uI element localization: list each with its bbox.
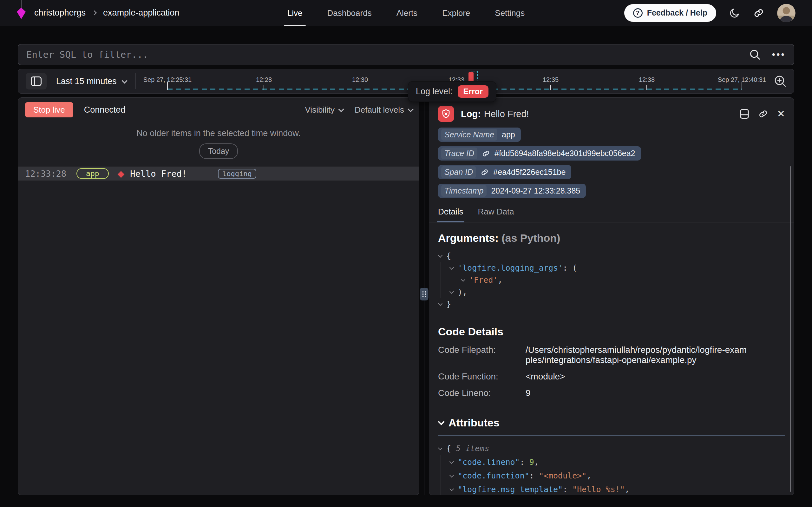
sidebar-toggle-icon (30, 76, 42, 86)
visibility-dropdown[interactable]: Visibility (305, 105, 342, 115)
panel-layout-button[interactable] (740, 109, 749, 119)
timeline-tick-label: 12:28 (256, 76, 272, 83)
chevron-spacer (449, 469, 458, 483)
token-punct: , (586, 469, 591, 483)
code-detail-value: 9 (525, 388, 748, 398)
theme-toggle-button[interactable] (729, 7, 740, 19)
visibility-label: Visibility (305, 105, 334, 115)
chevron-spacer (438, 298, 446, 310)
default-levels-dropdown[interactable]: Default levels (355, 105, 412, 115)
tab-explore[interactable]: Explore (442, 0, 470, 26)
attributes-tree[interactable]: { 5 items"code.lineno": 9,"code.function… (438, 442, 785, 495)
splitter-grip-handle[interactable] (420, 288, 429, 300)
tree-line: { 5 items (438, 442, 785, 455)
stop-live-button[interactable]: Stop live (25, 102, 73, 117)
tab-alerts[interactable]: Alerts (396, 0, 418, 26)
empty-message: No older items in the selected time wind… (18, 128, 419, 138)
breadcrumb-project[interactable]: example-application (103, 8, 179, 18)
collapse-chevron-icon[interactable] (449, 262, 458, 274)
link-icon (482, 150, 490, 158)
timeline-tick (646, 85, 647, 90)
error-diamond-icon: ◆ (118, 168, 125, 179)
tag-pill-span-id[interactable]: Span ID#ea4d5f226ec151be (438, 165, 571, 179)
breadcrumb-org[interactable]: christophergs (34, 8, 86, 18)
tree-line: "logfire.msg_template": "Hello %s!", (438, 483, 785, 495)
error-shield-icon (438, 106, 454, 122)
arguments-tree[interactable]: {'logfire.logging_args': ('Fred',),} (438, 250, 785, 310)
arguments-heading-text: Arguments: (438, 232, 499, 244)
indent-guide (441, 455, 449, 469)
code-detail-value: /Users/christophersamiullah/repos/pydant… (525, 345, 748, 365)
close-detail-button[interactable]: ✕ (777, 109, 785, 119)
tree-line: { (438, 250, 785, 262)
detail-title-text: Hello Fred! (484, 109, 529, 119)
feedback-help-button[interactable]: ? Feedback / Help (624, 4, 716, 22)
tag-pill-trace-id[interactable]: Trace ID#fdd5694a8fa98eb4e301d99ebc056ea… (438, 146, 641, 161)
chevron-down-icon (438, 418, 445, 425)
tag-pill-service-name[interactable]: Service Nameapp (438, 127, 521, 142)
share-link-button[interactable] (753, 7, 764, 19)
link-icon (481, 168, 489, 176)
error-level-badge: Error (458, 86, 489, 98)
tab-settings[interactable]: Settings (495, 0, 524, 26)
token-punct: } (446, 298, 451, 310)
tooltip-label: Log level: (416, 87, 453, 97)
today-button[interactable]: Today (199, 144, 238, 159)
close-icon: ✕ (777, 109, 785, 119)
search-button[interactable] (749, 49, 761, 61)
sidebar-toggle-button[interactable] (26, 73, 47, 90)
indent-guide (452, 274, 461, 286)
log-row[interactable]: 12:33:28 app ◆ Hello Fred! logging (18, 167, 419, 180)
timeline-tick-label: 12:35 (543, 76, 559, 83)
token-key: "logfire.msg_template" (458, 483, 563, 495)
token-punct: , (498, 274, 502, 286)
tab-dashboards[interactable]: Dashboards (327, 0, 371, 26)
moon-icon (729, 7, 740, 19)
connection-status: Connected (84, 105, 126, 115)
code-detail-label: Code Function: (438, 372, 525, 382)
tab-live[interactable]: Live (288, 0, 303, 26)
token-punct: : (520, 455, 529, 469)
panel-splitter[interactable] (419, 97, 429, 495)
tag-pill-label: Timestamp (441, 185, 487, 197)
panel-layout-icon (740, 109, 749, 119)
token-key: "code.function" (458, 469, 529, 483)
timeline-zoom-button[interactable] (773, 74, 787, 88)
filter-menu-button[interactable]: ••• (772, 50, 786, 59)
token-punct: : (563, 483, 572, 495)
detail-scrollbar[interactable] (790, 166, 791, 492)
service-badge: app (76, 168, 109, 179)
detail-tab-details[interactable]: Details (438, 207, 463, 222)
timeline-tick (742, 82, 742, 90)
chevron-right-icon (92, 10, 97, 15)
timeline-bar: Last 15 minutes Sep 27, 12:25:3112:2812:… (18, 69, 794, 94)
tree-line: "code.function": "<module>", (438, 469, 785, 483)
time-range-dropdown[interactable]: Last 15 minutes (56, 76, 126, 86)
logo-tail (21, 0, 21, 8)
token-punct: { (446, 250, 451, 262)
indent-guide (441, 286, 449, 298)
attributes-header[interactable]: Attributes (438, 416, 785, 429)
tree-line: ), (438, 286, 785, 298)
link-icon (753, 7, 764, 19)
collapse-chevron-icon[interactable] (438, 250, 446, 262)
detail-tags: Service NameappTrace ID#fdd5694a8fa98eb4… (429, 126, 727, 198)
copy-link-button[interactable] (758, 109, 768, 119)
logging-tag-badge: logging (218, 169, 256, 179)
token-note: 5 items (456, 442, 489, 455)
navbar-right: ? Feedback / Help (624, 4, 796, 22)
detail-tab-raw-data[interactable]: Raw Data (478, 207, 514, 222)
chevron-down-icon (338, 106, 344, 112)
user-avatar[interactable] (777, 4, 796, 22)
collapse-chevron-icon[interactable] (438, 442, 446, 455)
tag-pill-label: Service Name (441, 129, 497, 140)
tag-pill-timestamp[interactable]: Timestamp2024-09-27 12:33:28.385 (438, 184, 586, 198)
sql-filter-input[interactable]: Enter SQL to filter... (26, 49, 749, 60)
detail-body: Arguments: (as Python) {'logfire.logging… (429, 222, 794, 495)
timeline-tick (360, 85, 360, 90)
token-punct: ), (458, 286, 467, 298)
attributes-section: Attributes { 5 items"code.lineno": 9,"co… (438, 416, 785, 495)
timeline-tick (264, 85, 264, 90)
code-details-section: Code Details Code Filepath:/Users/christ… (438, 326, 785, 398)
logfire-logo[interactable] (16, 0, 26, 26)
